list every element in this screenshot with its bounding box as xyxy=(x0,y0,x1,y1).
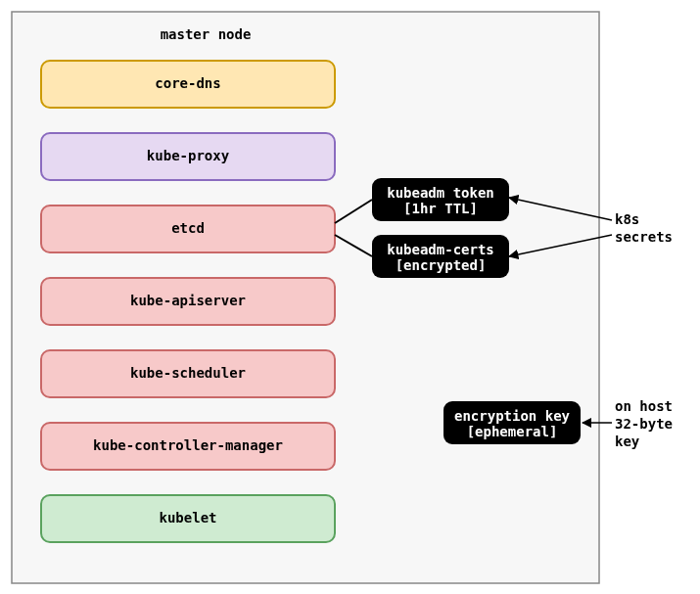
component-kube-proxy: kube-proxy xyxy=(41,133,335,180)
svg-text:kube-proxy: kube-proxy xyxy=(147,148,230,163)
svg-text:[ephemeral]: [ephemeral] xyxy=(467,424,558,439)
component-kube-controller-manager: kube-controller-manager xyxy=(41,423,335,470)
badge-kubeadm-token: kubeadm token [1hr TTL] xyxy=(372,178,509,221)
svg-text:kube-scheduler: kube-scheduler xyxy=(130,365,246,381)
svg-text:key: key xyxy=(615,434,640,449)
component-kubelet: kubelet xyxy=(41,495,335,542)
svg-text:on host: on host xyxy=(615,398,673,414)
component-etcd: etcd xyxy=(41,206,335,252)
svg-text:[encrypted]: [encrypted] xyxy=(396,257,487,273)
svg-text:core-dns: core-dns xyxy=(155,75,220,91)
svg-text:kubelet: kubelet xyxy=(159,510,216,525)
component-core-dns: core-dns xyxy=(41,61,335,108)
master-node-title: master node xyxy=(161,26,252,42)
component-kube-apiserver: kube-apiserver xyxy=(41,278,335,325)
svg-text:kubeadm token: kubeadm token xyxy=(387,185,494,201)
svg-text:kube-apiserver: kube-apiserver xyxy=(130,293,246,308)
svg-text:32-byte: 32-byte xyxy=(615,416,673,432)
svg-text:kubeadm-certs: kubeadm-certs xyxy=(387,242,494,257)
component-kube-scheduler: kube-scheduler xyxy=(41,350,335,397)
svg-text:[1hr TTL]: [1hr TTL] xyxy=(403,201,478,216)
svg-text:k8s: k8s xyxy=(615,211,639,227)
svg-text:encryption key: encryption key xyxy=(454,408,571,424)
svg-text:etcd: etcd xyxy=(171,220,205,236)
badge-encryption-key: encryption key [ephemeral] xyxy=(443,401,581,444)
badge-kubeadm-certs: kubeadm-certs [encrypted] xyxy=(372,235,509,278)
svg-text:secrets: secrets xyxy=(615,229,673,245)
svg-text:kube-controller-manager: kube-controller-manager xyxy=(93,437,283,453)
